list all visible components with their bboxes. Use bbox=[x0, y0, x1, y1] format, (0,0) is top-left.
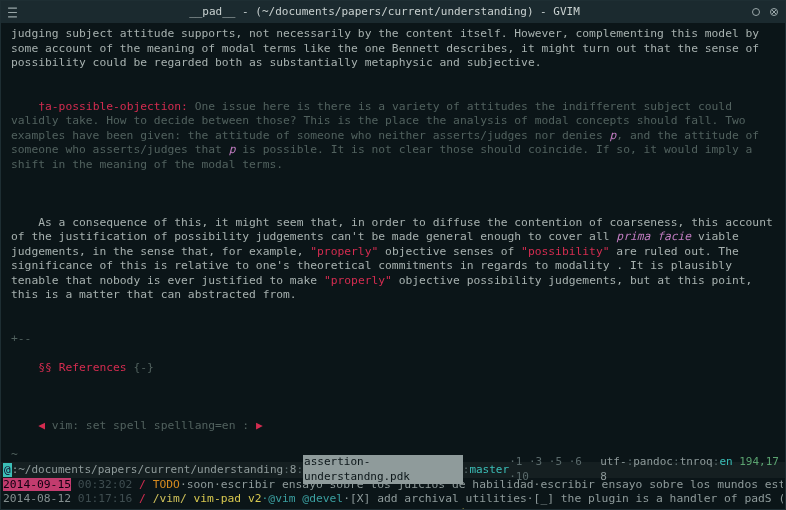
list-item[interactable]: 2014-08-12 01:17:16 / /vim/ vim-pad v2·@… bbox=[3, 492, 783, 507]
objection-tag: †a-possible-objection: bbox=[38, 100, 188, 113]
fold-marker[interactable]: +-- bbox=[11, 332, 775, 347]
list-item[interactable]: 2014-09-15 00:32:02 / TODO·soon·escribir… bbox=[3, 478, 783, 493]
svg-point-0 bbox=[753, 9, 760, 16]
editor-pane[interactable]: judging subject attitude supports, not n… bbox=[1, 23, 785, 448]
status-path: :~/documents/papers/current/understandin… bbox=[12, 463, 284, 478]
paragraph: judging subject attitude supports, not n… bbox=[11, 27, 775, 71]
status-at: @ bbox=[3, 463, 12, 478]
modeline: ◀ vim: set spell spelllang=en : ▶ bbox=[11, 404, 775, 448]
pad-list[interactable]: 2014-09-15 00:32:02 / TODO·soon·escribir… bbox=[1, 478, 785, 511]
window-title: __pad__ - (~/documents/papers/current/un… bbox=[18, 5, 751, 20]
minimize-icon[interactable] bbox=[751, 7, 761, 17]
objection-block: †a-possible-objection: One issue here is… bbox=[11, 85, 775, 187]
titlebar: __pad__ - (~/documents/papers/current/un… bbox=[1, 1, 785, 23]
paragraph: As a consequence of this, it might seem … bbox=[11, 201, 775, 317]
status-branch: master bbox=[469, 463, 509, 478]
triangle-right-icon: ▶ bbox=[256, 419, 263, 432]
statusline: @ :~/documents/papers/current/understand… bbox=[1, 462, 785, 478]
list-item[interactable]: 2014-08-12 01:16:36 / Jacques Sadoul - H… bbox=[3, 507, 783, 511]
section-heading: §§ References {-} bbox=[11, 346, 775, 390]
triangle-left-icon: ◀ bbox=[38, 419, 45, 432]
window-menu-icon[interactable] bbox=[7, 7, 18, 18]
close-icon[interactable] bbox=[769, 7, 779, 17]
